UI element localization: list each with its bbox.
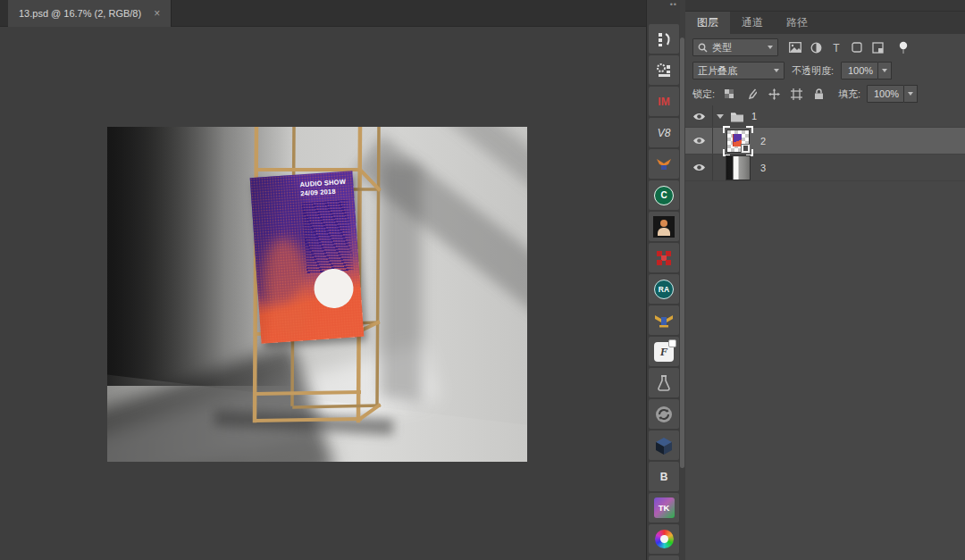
brush-icon (746, 88, 757, 99)
lock-fill-row: 锁定: (685, 84, 965, 104)
layer-list: 1 2 (685, 105, 965, 181)
adjustment-icon (810, 42, 822, 54)
smart-object-thumbnail (727, 130, 749, 152)
eye-icon (692, 136, 706, 146)
search-icon (698, 43, 708, 53)
plugin-b-button[interactable]: B (649, 462, 679, 491)
plugin-im-button[interactable]: IM (649, 87, 679, 116)
plugin-gear-grid-button[interactable] (649, 55, 679, 85)
lock-position-button[interactable] (766, 86, 782, 102)
lock-artboard-nesting-button[interactable] (788, 86, 804, 102)
filter-smart-objects-button[interactable] (869, 39, 885, 55)
chevron-down-icon (768, 46, 773, 49)
plugin-phoenix-button[interactable] (649, 149, 679, 179)
plugin-f-script-button[interactable]: F (649, 337, 679, 366)
fill-dropdown-button[interactable] (904, 85, 918, 103)
tab-layers[interactable]: 图层 (685, 12, 730, 34)
layer-name: 3 (760, 163, 766, 173)
poster-shading (250, 171, 365, 344)
plugin-sync-button[interactable] (649, 399, 679, 429)
layer-thumbnail[interactable] (725, 128, 751, 155)
close-icon[interactable]: × (154, 8, 160, 19)
filter-type-combo[interactable]: 类型 (692, 38, 778, 56)
tab-paths[interactable]: 路径 (775, 12, 819, 34)
plugin-red-pixels-button[interactable] (649, 243, 679, 272)
lock-transparent-pixels-button[interactable] (721, 86, 737, 102)
picture-icon (789, 42, 801, 53)
visibility-toggle[interactable] (685, 155, 713, 180)
plugin-ra-button[interactable]: RA (649, 274, 679, 304)
audio-show-poster: AUDIO SHOW 24/09 2018 (250, 171, 365, 344)
layers-panel: 图层 通道 路径 类型 (685, 0, 965, 560)
document-tab-bar: 13.psd @ 16.7% (2, RGB/8) × (0, 0, 646, 27)
opacity-dropdown-button[interactable] (878, 62, 892, 79)
fill-label: 填充: (838, 88, 860, 101)
filter-shape-layers-button[interactable] (849, 39, 865, 55)
plugin-tk-button[interactable]: TK (649, 493, 679, 522)
phoenix-plugin-icon (654, 155, 674, 173)
tab-channels[interactable]: 通道 (730, 12, 775, 34)
plugin-blue-dot-button[interactable] (649, 556, 679, 560)
layer-row-3[interactable]: 3 (685, 155, 965, 181)
filter-adjustment-layers-button[interactable] (808, 39, 824, 55)
visibility-toggle[interactable] (685, 105, 713, 127)
document-image: AUDIO SHOW 24/09 2018 (107, 127, 527, 462)
eye-icon (692, 163, 706, 172)
layer-filter-toggle[interactable] (895, 39, 911, 55)
layer-row-group-1[interactable]: 1 (685, 105, 965, 128)
opacity-label: 不透明度: (792, 64, 834, 78)
v8-plugin-icon: V8 (658, 127, 671, 139)
layer-name: 2 (760, 136, 766, 146)
visibility-toggle[interactable] (685, 128, 713, 154)
ra-circle-plugin-icon: RA (654, 280, 674, 299)
chevron-down-icon (774, 69, 779, 72)
move-icon (768, 88, 780, 100)
plugins-bar: •• IM V8 (646, 0, 680, 560)
im-plugin-icon: IM (658, 96, 669, 108)
blend-mode-value: 正片叠底 (698, 64, 769, 78)
gear-grid-icon (655, 62, 673, 79)
layer-filter-row: 类型 T (685, 38, 965, 57)
filter-pixel-layers-button[interactable] (787, 39, 803, 55)
plugin-color-wheel-button[interactable] (649, 524, 679, 554)
plugin-cube-button[interactable] (649, 430, 679, 460)
layer-row-2-selected[interactable]: 2 (685, 128, 965, 155)
plugin-portrait-button[interactable] (649, 212, 679, 241)
filter-type-layers-button[interactable]: T (828, 39, 844, 55)
blend-opacity-row: 正片叠底 不透明度: 100% (685, 61, 965, 80)
plugin-winged-crest-button[interactable] (649, 305, 679, 335)
color-wheel-plugin-icon (655, 530, 674, 548)
canvas-area[interactable]: AUDIO SHOW 24/09 2018 (0, 27, 646, 560)
document-title: 13.psd @ 16.7% (2, RGB/8) (19, 8, 141, 19)
document-tab[interactable]: 13.psd @ 16.7% (2, RGB/8) × (8, 0, 172, 27)
plugin-flask-button[interactable] (649, 368, 679, 397)
folder-icon (730, 111, 744, 122)
shape-icon (852, 42, 862, 53)
flask-plugin-icon (656, 374, 672, 392)
eye-icon (692, 112, 706, 121)
layer-name: 1 (751, 111, 757, 121)
chevron-down-icon (908, 92, 913, 96)
plugin-v8-button[interactable]: V8 (649, 118, 679, 147)
panel-scrollbar[interactable] (680, 38, 684, 468)
checkerboard-icon (724, 88, 734, 99)
lock-label: 锁定: (692, 88, 715, 101)
overflow-dots-icon[interactable]: •• (670, 0, 677, 9)
photoshop-window: 13.psd @ 16.7% (2, RGB/8) × (0, 0, 965, 560)
fill-field[interactable]: 100% (867, 85, 904, 103)
tk-plugin-icon: TK (654, 497, 675, 518)
plugin-retouch-tools-button[interactable] (649, 24, 679, 54)
group-expander-icon[interactable] (717, 114, 724, 119)
smart-object-badge-icon (741, 144, 751, 154)
lock-icon (814, 88, 824, 100)
plugin-c-circle-button[interactable]: C (649, 180, 679, 210)
lock-image-pixels-button[interactable] (743, 86, 759, 102)
retouch-tools-icon (655, 30, 673, 48)
lock-all-button[interactable] (810, 86, 827, 102)
layer-thumbnail[interactable] (726, 156, 750, 180)
opacity-field[interactable]: 100% (841, 62, 878, 79)
portrait-plugin-icon (653, 216, 675, 238)
c-circle-plugin-icon: C (654, 186, 674, 205)
blend-mode-combo[interactable]: 正片叠底 (692, 62, 785, 79)
cube-plugin-icon (654, 436, 674, 456)
